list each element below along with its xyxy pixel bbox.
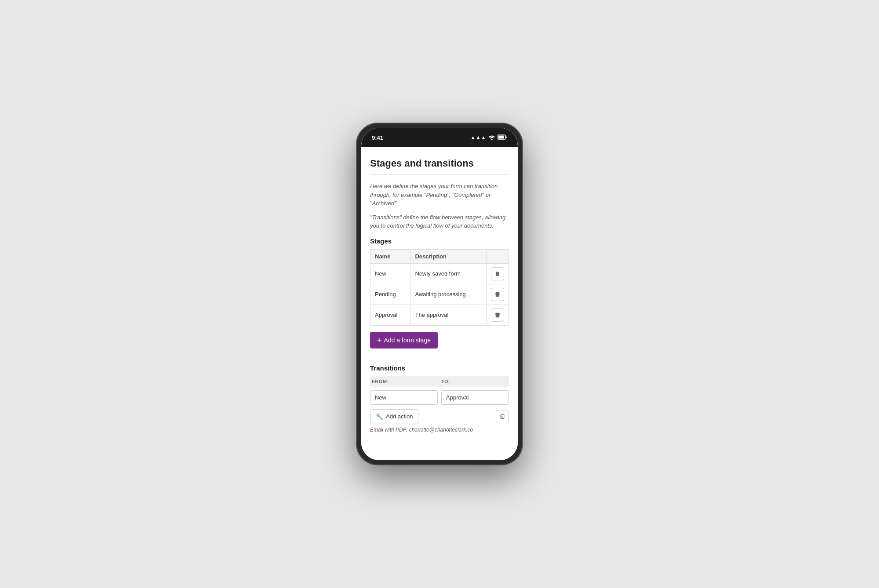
transitions-to-label: TO:: [440, 379, 509, 384]
svg-rect-1: [498, 135, 504, 138]
trash-icon: [494, 271, 501, 277]
transitions-section-title: Transitions: [370, 364, 509, 372]
transition-actions: 🔧 Add action: [370, 409, 509, 424]
transitions-from-label: FROM:: [370, 379, 440, 384]
trash-icon: [494, 312, 501, 318]
trash-icon: [499, 414, 505, 420]
description-2: "Transitions" define the flow between st…: [370, 213, 509, 230]
delete-new-button[interactable]: [491, 267, 504, 280]
col-header-action: [487, 249, 509, 263]
delete-approval-button[interactable]: [491, 309, 504, 322]
stage-name-approval: Approval: [370, 305, 410, 325]
col-header-description: Description: [410, 249, 487, 263]
page-title: Stages and transitions: [370, 158, 509, 175]
status-icons: ▲▲▲: [470, 134, 507, 141]
delete-transition-button[interactable]: [496, 410, 509, 423]
phone-device: 9:41 ▲▲▲ Stages and tran: [356, 123, 523, 465]
add-action-label: Add action: [386, 413, 413, 420]
email-action-text: Email with PDF: charlotte@charlotteclark…: [370, 427, 509, 433]
description-1: Here we define the stages your form can …: [370, 182, 509, 208]
stages-section-title: Stages: [370, 237, 509, 245]
transitions-header: FROM: TO:: [370, 376, 509, 387]
stage-desc-new: Newly saved form: [410, 263, 487, 284]
transition-from-select[interactable]: New Pending Approval: [370, 390, 438, 405]
col-header-name: Name: [370, 249, 410, 263]
stage-desc-approval: The approval: [410, 305, 487, 325]
add-stage-label: Add a form stage: [384, 337, 431, 344]
transition-row: New Pending Approval Approval New Pendin…: [370, 390, 509, 405]
wifi-icon: [488, 134, 495, 141]
stage-name-pending: Pending: [370, 284, 410, 305]
signal-icon: ▲▲▲: [470, 134, 486, 141]
status-bar: 9:41 ▲▲▲: [361, 128, 518, 147]
add-stage-button[interactable]: + Add a form stage: [370, 332, 438, 348]
add-action-button[interactable]: 🔧 Add action: [370, 409, 418, 424]
trash-icon: [494, 291, 501, 298]
plus-icon: +: [377, 336, 381, 344]
delete-pending-button[interactable]: [491, 288, 504, 301]
stages-table: Name Description New Newly saved form: [370, 249, 509, 326]
phone-screen: 9:41 ▲▲▲ Stages and tran: [361, 128, 518, 460]
table-row: New Newly saved form: [370, 263, 509, 284]
status-time: 9:41: [372, 134, 383, 141]
stage-desc-pending: Awaiting processing: [410, 284, 487, 305]
content-area: Stages and transitions Here we define th…: [361, 147, 518, 460]
battery-icon: [498, 134, 507, 141]
table-row: Pending Awaiting processing: [370, 284, 509, 305]
notch: [411, 128, 468, 140]
table-row: Approval The approval: [370, 305, 509, 325]
transition-to-select[interactable]: Approval New Pending: [441, 390, 509, 405]
stage-name-new: New: [370, 263, 410, 284]
wrench-icon: 🔧: [376, 413, 383, 420]
